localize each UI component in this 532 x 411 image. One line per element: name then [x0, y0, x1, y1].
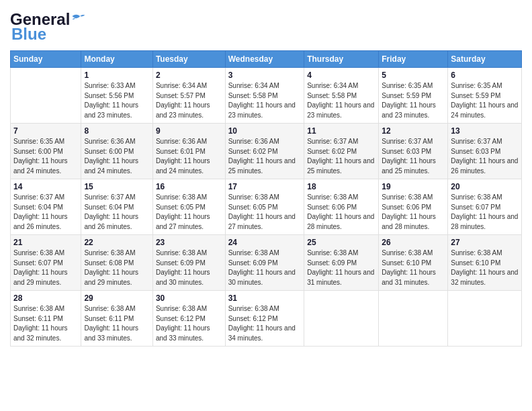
day-number: 18: [307, 182, 375, 191]
day-number: 27: [451, 238, 519, 247]
day-info: Sunrise: 6:36 AMSunset: 6:02 PMDaylight:…: [228, 137, 302, 176]
day-info: Sunrise: 6:37 AMSunset: 6:03 PMDaylight:…: [451, 137, 519, 176]
calendar-cell: 25Sunrise: 6:38 AMSunset: 6:09 PMDayligh…: [304, 235, 379, 291]
day-number: 17: [228, 182, 302, 191]
column-header-tuesday: Tuesday: [152, 51, 225, 68]
calendar-cell: 15Sunrise: 6:37 AMSunset: 6:04 PMDayligh…: [81, 179, 152, 235]
calendar-cell: 6Sunrise: 6:35 AMSunset: 5:59 PMDaylight…: [448, 68, 522, 124]
day-number: 30: [156, 293, 222, 303]
calendar-cell: 12Sunrise: 6:37 AMSunset: 6:03 PMDayligh…: [379, 124, 448, 179]
week-row-1: 1Sunrise: 6:33 AMSunset: 5:56 PMDaylight…: [11, 68, 522, 124]
calendar-cell: 26Sunrise: 6:38 AMSunset: 6:10 PMDayligh…: [379, 235, 448, 291]
calendar-cell: 17Sunrise: 6:38 AMSunset: 6:05 PMDayligh…: [225, 179, 304, 235]
day-number: 25: [307, 238, 375, 247]
calendar-cell: 20Sunrise: 6:38 AMSunset: 6:07 PMDayligh…: [448, 179, 522, 235]
logo: General Blue: [10, 10, 86, 44]
day-number: 21: [13, 238, 78, 247]
day-number: 31: [228, 293, 302, 303]
day-info: Sunrise: 6:38 AMSunset: 6:12 PMDaylight:…: [228, 304, 302, 343]
calendar-cell: 2Sunrise: 6:34 AMSunset: 5:57 PMDaylight…: [152, 68, 225, 124]
calendar-cell: 7Sunrise: 6:35 AMSunset: 6:00 PMDaylight…: [11, 124, 81, 179]
calendar-cell: 8Sunrise: 6:36 AMSunset: 6:00 PMDaylight…: [81, 124, 152, 179]
calendar-cell: 16Sunrise: 6:38 AMSunset: 6:05 PMDayligh…: [152, 179, 225, 235]
day-number: 29: [84, 293, 149, 303]
day-info: Sunrise: 6:37 AMSunset: 6:04 PMDaylight:…: [84, 193, 149, 232]
day-info: Sunrise: 6:33 AMSunset: 5:56 PMDaylight:…: [84, 81, 149, 120]
column-header-friday: Friday: [379, 51, 448, 68]
calendar-cell: 19Sunrise: 6:38 AMSunset: 6:06 PMDayligh…: [379, 179, 448, 235]
day-info: Sunrise: 6:37 AMSunset: 6:04 PMDaylight:…: [13, 193, 78, 232]
day-info: Sunrise: 6:38 AMSunset: 6:12 PMDaylight:…: [156, 304, 222, 343]
day-number: 19: [382, 182, 445, 191]
day-info: Sunrise: 6:38 AMSunset: 6:06 PMDaylight:…: [307, 193, 375, 232]
day-number: 6: [451, 71, 519, 80]
calendar-cell: 13Sunrise: 6:37 AMSunset: 6:03 PMDayligh…: [448, 124, 522, 179]
calendar-cell: 4Sunrise: 6:34 AMSunset: 5:58 PMDaylight…: [304, 68, 379, 124]
day-number: 16: [156, 182, 222, 191]
day-info: Sunrise: 6:38 AMSunset: 6:11 PMDaylight:…: [13, 304, 78, 343]
calendar-cell: 22Sunrise: 6:38 AMSunset: 6:08 PMDayligh…: [81, 235, 152, 291]
calendar-cell: 9Sunrise: 6:36 AMSunset: 6:01 PMDaylight…: [152, 124, 225, 179]
day-number: 12: [382, 126, 445, 136]
day-info: Sunrise: 6:38 AMSunset: 6:06 PMDaylight:…: [382, 193, 445, 232]
day-info: Sunrise: 6:38 AMSunset: 6:09 PMDaylight:…: [156, 248, 222, 287]
day-info: Sunrise: 6:37 AMSunset: 6:03 PMDaylight:…: [382, 137, 445, 176]
day-number: 20: [451, 182, 519, 191]
calendar-cell: 24Sunrise: 6:38 AMSunset: 6:09 PMDayligh…: [225, 235, 304, 291]
calendar-cell: 1Sunrise: 6:33 AMSunset: 5:56 PMDaylight…: [81, 68, 152, 124]
day-info: Sunrise: 6:35 AMSunset: 6:00 PMDaylight:…: [13, 137, 78, 176]
day-info: Sunrise: 6:36 AMSunset: 6:01 PMDaylight:…: [156, 137, 222, 176]
calendar-cell: 27Sunrise: 6:38 AMSunset: 6:10 PMDayligh…: [448, 235, 522, 291]
day-number: 22: [84, 238, 149, 247]
logo-bird-icon: [71, 11, 86, 26]
day-info: Sunrise: 6:38 AMSunset: 6:07 PMDaylight:…: [13, 248, 78, 287]
day-number: 3: [228, 71, 302, 80]
day-info: Sunrise: 6:38 AMSunset: 6:10 PMDaylight:…: [451, 248, 519, 287]
calendar-cell: [11, 68, 81, 124]
day-info: Sunrise: 6:37 AMSunset: 6:02 PMDaylight:…: [307, 137, 375, 176]
day-info: Sunrise: 6:34 AMSunset: 5:57 PMDaylight:…: [156, 81, 222, 120]
calendar-cell: 30Sunrise: 6:38 AMSunset: 6:12 PMDayligh…: [152, 291, 225, 347]
calendar-cell: 23Sunrise: 6:38 AMSunset: 6:09 PMDayligh…: [152, 235, 225, 291]
day-number: 23: [156, 238, 222, 247]
day-info: Sunrise: 6:38 AMSunset: 6:05 PMDaylight:…: [228, 193, 302, 232]
day-info: Sunrise: 6:38 AMSunset: 6:09 PMDaylight:…: [228, 248, 302, 287]
day-number: 15: [84, 182, 149, 191]
calendar-cell: 10Sunrise: 6:36 AMSunset: 6:02 PMDayligh…: [225, 124, 304, 179]
day-info: Sunrise: 6:38 AMSunset: 6:05 PMDaylight:…: [156, 193, 222, 232]
logo-blue: Blue: [11, 25, 46, 44]
column-header-sunday: Sunday: [11, 51, 81, 68]
day-info: Sunrise: 6:38 AMSunset: 6:09 PMDaylight:…: [307, 248, 375, 287]
calendar-cell: [379, 291, 448, 347]
calendar-cell: 18Sunrise: 6:38 AMSunset: 6:06 PMDayligh…: [304, 179, 379, 235]
calendar-cell: 3Sunrise: 6:34 AMSunset: 5:58 PMDaylight…: [225, 68, 304, 124]
calendar-cell: 21Sunrise: 6:38 AMSunset: 6:07 PMDayligh…: [11, 235, 81, 291]
day-number: 5: [382, 71, 445, 80]
header-row: SundayMondayTuesdayWednesdayThursdayFrid…: [11, 51, 522, 68]
header: General Blue: [10, 10, 522, 44]
day-number: 7: [13, 126, 78, 136]
column-header-saturday: Saturday: [448, 51, 522, 68]
page-container: General Blue SundayMondayTuesdayWednesda…: [0, 0, 532, 353]
day-number: 4: [307, 71, 375, 80]
day-number: 24: [228, 238, 302, 247]
day-number: 13: [451, 126, 519, 136]
day-info: Sunrise: 6:38 AMSunset: 6:11 PMDaylight:…: [84, 304, 149, 343]
calendar-table: SundayMondayTuesdayWednesdayThursdayFrid…: [10, 50, 522, 347]
calendar-cell: 14Sunrise: 6:37 AMSunset: 6:04 PMDayligh…: [11, 179, 81, 235]
column-header-wednesday: Wednesday: [225, 51, 304, 68]
calendar-cell: 31Sunrise: 6:38 AMSunset: 6:12 PMDayligh…: [225, 291, 304, 347]
day-number: 28: [13, 293, 78, 303]
day-info: Sunrise: 6:34 AMSunset: 5:58 PMDaylight:…: [228, 81, 302, 120]
day-info: Sunrise: 6:38 AMSunset: 6:10 PMDaylight:…: [382, 248, 445, 287]
day-info: Sunrise: 6:34 AMSunset: 5:58 PMDaylight:…: [307, 81, 375, 120]
week-row-3: 14Sunrise: 6:37 AMSunset: 6:04 PMDayligh…: [11, 179, 522, 235]
column-header-thursday: Thursday: [304, 51, 379, 68]
week-row-4: 21Sunrise: 6:38 AMSunset: 6:07 PMDayligh…: [11, 235, 522, 291]
day-info: Sunrise: 6:36 AMSunset: 6:00 PMDaylight:…: [84, 137, 149, 176]
calendar-cell: 28Sunrise: 6:38 AMSunset: 6:11 PMDayligh…: [11, 291, 81, 347]
calendar-cell: [448, 291, 522, 347]
day-number: 10: [228, 126, 302, 136]
calendar-cell: 5Sunrise: 6:35 AMSunset: 5:59 PMDaylight…: [379, 68, 448, 124]
day-number: 2: [156, 71, 222, 80]
